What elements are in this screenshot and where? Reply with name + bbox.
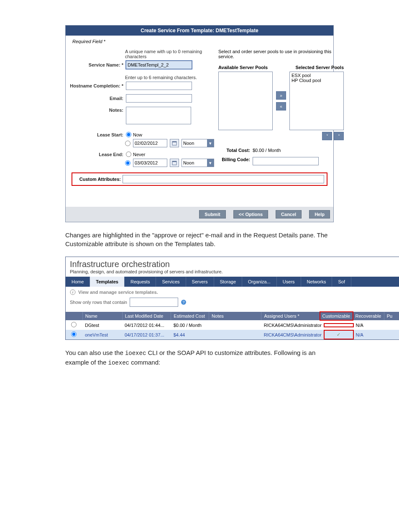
lease-start-date-input[interactable] [133,139,167,147]
cell-cost: $4.44 [171,331,209,339]
lease-start-time-dropdown[interactable]: Noon ▾ [182,139,214,147]
cell-date: 04/17/2012 01:44... [122,321,171,329]
info-icon: i [70,289,76,295]
grid-header: Name Last Modified Date Estimated Cost N… [66,312,399,320]
email-input[interactable] [126,94,192,103]
cell-notes [209,324,261,327]
cell-assigned: RICKA64CMS\Administrator [261,331,324,339]
lease-start-label: Lease Start: [70,132,126,137]
notes-input[interactable] [126,107,191,124]
col-customizable[interactable]: Customizable [320,312,353,320]
cell-name: oneVmTest [82,331,122,339]
table-row[interactable]: DGtest 04/17/2012 01:44... $0.00 / Month… [66,320,399,330]
row-select-radio[interactable] [71,322,77,327]
billing-code-label: Billing Code: [218,157,250,165]
lease-end-label: Lease End: [70,152,126,157]
service-name-label: Service Name: * [70,62,126,67]
col-notes[interactable]: Notes [209,312,261,320]
cell-customizable: ✓ [324,330,353,339]
pool-item[interactable]: HP Cloud pool [292,78,342,83]
lease-end-time-dropdown[interactable]: Noon ▾ [182,159,214,167]
col-recoverable[interactable]: Recoverable [353,312,384,320]
cancel-button[interactable]: Cancel [276,210,302,218]
email-label: Email: [70,96,126,101]
chevron-down-icon: ▾ [207,159,214,167]
svg-text:i: i [72,290,74,294]
cell-customizable [324,324,353,327]
tab-networks[interactable]: Networks [301,277,332,287]
cell-cost: $0.00 / Month [171,321,209,329]
lease-start-now-label: Now [133,132,142,137]
hostname-hint: Enter up to 6 remaining characters. [125,75,214,80]
custom-attributes-highlight: Custom Attributes: [72,172,327,186]
lease-end-date-radio[interactable] [125,160,130,166]
hostname-input[interactable] [126,82,192,90]
tab-software[interactable]: Sof [332,277,351,287]
move-left-button[interactable]: « [276,102,286,111]
col-name[interactable]: Name [83,312,123,320]
paragraph-2: You can also use the ioexec CLI or the S… [65,348,334,367]
table-row[interactable]: oneVmTest 04/17/2012 01:37... $4.44 RICK… [66,330,399,339]
lease-end-never-radio[interactable] [126,152,131,157]
cell-name: DGtest [82,321,122,329]
row-select-radio[interactable] [71,332,77,337]
calendar-icon[interactable] [170,159,179,167]
help-button[interactable]: Help [309,210,330,218]
cell-recoverable: N/A [353,321,385,329]
svg-rect-1 [172,141,176,142]
selected-pools-label: Selected Server Pools [295,65,344,70]
submit-button[interactable]: Submit [199,210,225,218]
billing-code-input[interactable] [253,157,319,165]
dialog-title: Create Service From Template: DMETestTem… [66,26,333,36]
pool-item[interactable]: ESX pool [292,73,342,78]
tab-organization[interactable]: Organiza... [242,277,277,287]
col-last-modified[interactable]: Last Modified Date [123,312,171,320]
tab-templates[interactable]: Templates [90,277,125,287]
selected-pools-list[interactable]: ESX pool HP Cloud pool [289,72,344,130]
col-published[interactable]: Pu [384,312,399,320]
filter-input[interactable] [130,298,178,307]
cell-date: 04/17/2012 01:37... [122,331,171,339]
calendar-icon[interactable] [170,139,179,147]
cell-recoverable: N/A [353,331,385,339]
service-name-input[interactable] [126,61,192,69]
tab-users[interactable]: Users [277,277,301,287]
dialog-footer: Submit << Options Cancel Help [66,207,333,222]
required-field-note: Required Field * [70,38,329,47]
tab-servers[interactable]: Servers [186,277,214,287]
tab-home[interactable]: Home [66,277,90,287]
lease-end-date-input[interactable] [133,159,167,167]
available-pools-list[interactable] [218,72,273,130]
custom-attributes-label: Custom Attributes: [75,177,121,182]
col-estimated-cost[interactable]: Estimated Cost [171,312,209,320]
nav-tabs: Home Templates Requests Services Servers… [66,277,399,287]
available-pools-label: Available Server Pools [218,65,268,70]
hostname-label: Hostname Completion: * [70,83,126,88]
lease-start-date-radio[interactable] [125,141,130,146]
lease-start-now-radio[interactable] [126,132,131,137]
svg-text:?: ? [182,300,184,304]
move-down-button[interactable]: ˅ [322,132,332,140]
cell-notes [209,333,261,337]
col-assigned-users[interactable]: Assigned Users * [261,312,320,320]
move-up-button[interactable]: ˄ [334,132,344,140]
service-name-hint: A unique name with up to 0 remaining cha… [125,49,214,59]
templates-tip: View and manage service templates. [78,290,158,295]
templates-screenshot: Infrastructure orchestration Planning, d… [65,257,399,340]
help-icon[interactable]: ? [181,299,187,305]
page-subtitle: Planning, design, and automated provisio… [70,269,395,274]
tab-storage[interactable]: Storage [214,277,243,287]
svg-rect-3 [172,161,176,162]
total-cost-value: $0.00 / Month [253,148,281,153]
pools-hint: Select and order server pools to use in … [218,49,344,59]
move-right-button[interactable]: » [276,91,286,100]
lease-end-never-label: Never [133,152,145,157]
page-title: Infrastructure orchestration [70,260,395,269]
tab-services[interactable]: Services [156,277,186,287]
tab-requests[interactable]: Requests [125,277,156,287]
total-cost-label: Total Cost: [218,148,250,153]
options-button[interactable]: << Options [233,210,268,218]
custom-attributes-input[interactable] [123,175,324,183]
cell-assigned: RICKA64CMS\Administrator [261,321,324,329]
paragraph-1: Changes are highlighted in the "approve … [65,231,334,248]
